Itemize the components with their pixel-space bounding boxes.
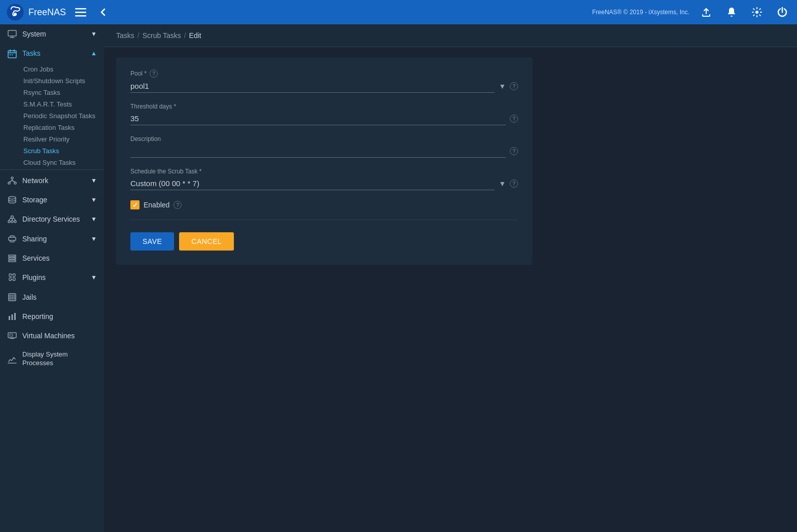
- svg-rect-25: [9, 316, 10, 320]
- description-help-icon[interactable]: ?: [510, 147, 518, 155]
- save-button[interactable]: SAVE: [130, 232, 174, 251]
- sidebar-sharing-label: Sharing: [22, 235, 47, 243]
- sidebar-item-services[interactable]: Services: [0, 249, 104, 268]
- breadcrumb-sep-1: /: [137, 31, 140, 40]
- threshold-label: Threshold days *: [130, 103, 518, 110]
- svg-point-5: [755, 11, 758, 14]
- schedule-help-icon[interactable]: ?: [510, 180, 518, 188]
- sidebar-item-virtual-machines[interactable]: Virtual Machines: [0, 326, 104, 345]
- breadcrumb: Tasks / Scrub Tasks / Edit: [104, 24, 797, 47]
- enabled-checkbox[interactable]: ✓: [130, 200, 140, 209]
- sidebar-item-network[interactable]: Network ▼: [0, 171, 104, 190]
- sidebar-item-replication-tasks[interactable]: Replication Tasks: [0, 122, 104, 133]
- jails-icon: [7, 292, 17, 301]
- plugins-arrow: ▼: [91, 274, 97, 281]
- sidebar-item-sharing[interactable]: Sharing ▼: [0, 229, 104, 248]
- sidebar-tasks-label: Tasks: [22, 49, 41, 57]
- pool-help-icon[interactable]: ?: [150, 69, 158, 78]
- system-arrow: ▼: [91, 30, 97, 38]
- svg-rect-6: [8, 30, 16, 36]
- enabled-label: Enabled: [144, 201, 169, 209]
- sidebar-item-reporting[interactable]: Reporting: [0, 307, 104, 326]
- divider-1: [0, 169, 104, 170]
- svg-rect-3: [75, 12, 86, 13]
- sidebar-storage-label: Storage: [22, 196, 47, 204]
- svg-rect-26: [12, 314, 13, 320]
- bell-icon: [726, 7, 737, 18]
- process-icon: [7, 354, 17, 364]
- topbar-left: FreeNAS: [6, 3, 111, 21]
- schedule-group: Schedule the Scrub Task * Custom (00 00 …: [130, 168, 518, 190]
- button-row: SAVE CANCEL: [130, 232, 518, 251]
- sidebar-item-resilver-priority[interactable]: Resilver Priority: [0, 133, 104, 145]
- form-divider: [130, 220, 518, 220]
- schedule-select-row: Custom (00 00 * * 7) ▼ ?: [130, 177, 518, 190]
- svg-rect-9: [12, 54, 13, 55]
- svg-point-0: [7, 4, 24, 21]
- vm-icon: [7, 331, 17, 340]
- plugins-icon: [7, 273, 17, 282]
- sharing-arrow: ▼: [91, 235, 97, 242]
- back-button[interactable]: [95, 6, 111, 19]
- svg-point-17: [11, 221, 13, 223]
- pool-label: Pool * ?: [130, 69, 518, 78]
- sidebar-item-periodic-snapshot[interactable]: Periodic Snapshot Tasks: [0, 110, 104, 122]
- sidebar-item-smart-tests[interactable]: S.M.A.R.T. Tests: [0, 98, 104, 110]
- svg-rect-2: [75, 8, 86, 10]
- svg-rect-8: [10, 54, 11, 55]
- svg-rect-29: [10, 334, 13, 336]
- pool-select-row: pool1 ▼ ?: [130, 80, 518, 93]
- sidebar-item-scrub-tasks[interactable]: Scrub Tasks: [0, 145, 104, 157]
- pool-select[interactable]: pool1: [130, 80, 495, 93]
- sidebar-item-cloud-sync-tasks[interactable]: Cloud Sync Tasks: [0, 157, 104, 168]
- svg-point-22: [14, 256, 15, 257]
- sidebar-item-plugins[interactable]: Plugins ▼: [0, 268, 104, 287]
- page-content: Pool * ? pool1 ▼ ? Threshold days *: [104, 47, 797, 532]
- menu-button[interactable]: [72, 5, 89, 20]
- svg-point-13: [9, 197, 16, 199]
- svg-rect-28: [8, 333, 16, 338]
- threshold-group: Threshold days * ?: [130, 103, 518, 125]
- settings-button[interactable]: [748, 5, 766, 20]
- pool-field-help[interactable]: ?: [510, 82, 518, 90]
- description-label: Description: [130, 135, 518, 143]
- power-button[interactable]: [774, 5, 791, 20]
- sidebar-item-display-system[interactable]: Display System Processes: [0, 345, 104, 373]
- sidebar-item-rsync-tasks[interactable]: Rsync Tasks: [0, 87, 104, 98]
- schedule-select-arrow: ▼: [499, 180, 506, 188]
- network-icon: [7, 176, 17, 185]
- sidebar-item-tasks[interactable]: Tasks ▲: [0, 44, 104, 63]
- schedule-select[interactable]: Custom (00 00 * * 7): [130, 177, 495, 190]
- form-card: Pool * ? pool1 ▼ ? Threshold days *: [116, 57, 532, 265]
- cancel-button[interactable]: CANCEL: [179, 232, 234, 251]
- threshold-help-icon[interactable]: ?: [510, 115, 518, 123]
- sidebar-reporting-label: Reporting: [22, 312, 53, 321]
- description-input-row: ?: [130, 145, 518, 158]
- sidebar-network-label: Network: [22, 176, 48, 185]
- notifications-button[interactable]: [723, 5, 740, 20]
- main-layout: System ▼ Tasks ▲ Cron Jobs Init/Shutdown…: [0, 24, 797, 532]
- storage-arrow: ▼: [91, 196, 97, 203]
- description-group: Description ?: [130, 135, 518, 158]
- sidebar-item-storage[interactable]: Storage ▼: [0, 190, 104, 209]
- sidebar-item-jails[interactable]: Jails: [0, 287, 104, 306]
- breadcrumb-tasks[interactable]: Tasks: [116, 31, 134, 40]
- network-arrow: ▼: [91, 177, 97, 184]
- sidebar-jails-label: Jails: [22, 293, 37, 301]
- sidebar: System ▼ Tasks ▲ Cron Jobs Init/Shutdown…: [0, 24, 104, 532]
- threshold-input[interactable]: [130, 112, 506, 125]
- enabled-row: ✓ Enabled ?: [130, 200, 518, 209]
- sidebar-item-init-shutdown[interactable]: Init/Shutdown Scripts: [0, 75, 104, 87]
- sidebar-plugins-label: Plugins: [22, 273, 46, 281]
- directory-arrow: ▼: [91, 216, 97, 223]
- enabled-help-icon[interactable]: ?: [174, 201, 182, 209]
- description-input[interactable]: [130, 145, 506, 158]
- sidebar-directory-label: Directory Services: [22, 215, 80, 223]
- sidebar-item-directory-services[interactable]: Directory Services ▼: [0, 209, 104, 229]
- pool-group: Pool * ? pool1 ▼ ?: [130, 69, 518, 93]
- upload-button[interactable]: [698, 5, 715, 20]
- sidebar-item-system[interactable]: System ▼: [0, 24, 104, 44]
- copyright-text: FreeNAS® © 2019 - iXsystems, Inc.: [592, 9, 689, 16]
- breadcrumb-scrub-tasks[interactable]: Scrub Tasks: [143, 31, 181, 40]
- sidebar-item-cron-jobs[interactable]: Cron Jobs: [0, 63, 104, 75]
